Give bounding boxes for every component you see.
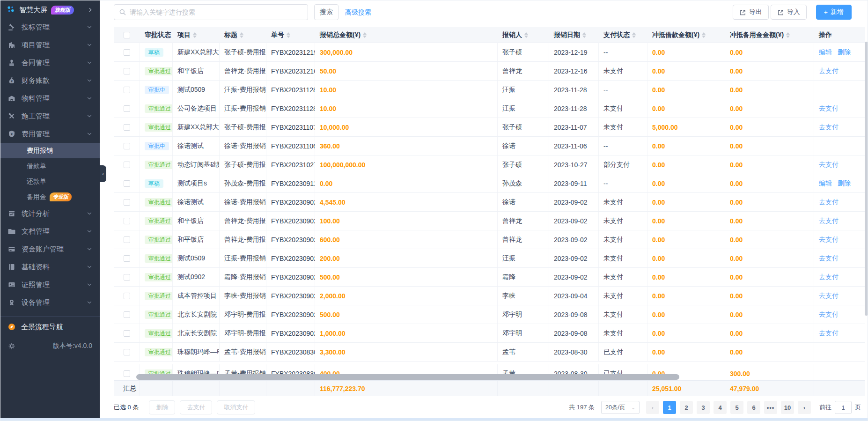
sidebar-item-construction[interactable]: 施工管理 xyxy=(0,107,100,125)
select-all-checkbox[interactable] xyxy=(124,32,130,38)
column-header-8[interactable]: 冲抵借款金额(¥) xyxy=(647,27,725,43)
prev-page-button[interactable]: ‹ xyxy=(646,401,659,414)
sidebar-item-repayment-form[interactable]: 还款单 xyxy=(0,174,100,189)
sort-icon[interactable] xyxy=(632,32,636,38)
goto-page-input[interactable] xyxy=(835,401,852,414)
row-checkbox[interactable] xyxy=(124,255,130,262)
action-pay-link[interactable]: 去支付 xyxy=(819,273,839,281)
row-checkbox[interactable] xyxy=(124,105,130,112)
column-header-5[interactable]: 报销人 xyxy=(498,27,549,43)
sidebar-item-finance[interactable]: ¥财务账款 xyxy=(0,72,100,89)
action-pay-link[interactable]: 去支付 xyxy=(819,198,839,207)
column-header-7[interactable]: 支付状态 xyxy=(599,27,647,43)
sidebar-item-expense[interactable]: ¥费用管理 xyxy=(0,125,100,143)
sidebar-item-basic-data[interactable]: 基础资料 xyxy=(0,258,100,276)
column-header-2[interactable]: 标题 xyxy=(220,27,266,43)
row-checkbox[interactable] xyxy=(124,199,130,206)
row-checkbox[interactable] xyxy=(124,293,130,299)
page-button-3[interactable]: 3 xyxy=(697,401,710,414)
sort-icon[interactable] xyxy=(287,32,290,38)
row-checkbox[interactable] xyxy=(124,68,130,74)
search-button[interactable]: 搜索 xyxy=(314,4,338,20)
sidebar-item-expense-report[interactable]: 费用报销 xyxy=(0,143,100,158)
page-button-10[interactable]: 10 xyxy=(781,401,794,414)
column-header-9[interactable]: 冲抵备用金金额(¥) xyxy=(725,27,814,43)
action-pay-link[interactable]: 去支付 xyxy=(819,217,839,225)
row-checkbox[interactable] xyxy=(124,349,130,355)
sidebar-item-loan-form[interactable]: 借款单 xyxy=(0,158,100,174)
column-header-4[interactable]: 报销总金额(¥) xyxy=(315,27,498,43)
bulk-action-button-1[interactable]: 去支付 xyxy=(180,400,212,414)
sort-icon[interactable] xyxy=(240,32,243,38)
row-checkbox[interactable] xyxy=(124,49,130,56)
sidebar-item-equipment[interactable]: 设备管理 xyxy=(0,294,100,311)
row-checkbox[interactable] xyxy=(124,218,130,224)
sidebar-item-smart-screen[interactable]: 智慧大屏 旗舰版 xyxy=(0,1,100,18)
export-button[interactable]: 导出 xyxy=(733,5,769,20)
import-button[interactable]: 导入 xyxy=(771,5,807,20)
row-checkbox[interactable] xyxy=(124,124,130,131)
page-size-select[interactable]: 20条/页 ⌄ xyxy=(601,401,640,414)
date-cell: 2023-09-02 xyxy=(549,193,599,211)
row-checkbox[interactable] xyxy=(124,143,130,149)
bulk-action-button-2[interactable]: 取消支付 xyxy=(217,400,255,414)
sidebar-item-documents[interactable]: 文档管理 xyxy=(0,222,100,240)
page-button-4[interactable]: 4 xyxy=(714,401,727,414)
vertical-scrollbar[interactable] xyxy=(865,42,868,316)
action-edit-link[interactable]: 编辑 xyxy=(819,179,832,188)
sidebar-item-bidding[interactable]: 投标管理 xyxy=(0,18,100,36)
sort-icon[interactable] xyxy=(582,32,586,38)
sort-icon[interactable] xyxy=(524,32,528,38)
sort-icon[interactable] xyxy=(363,32,367,38)
page-button-2[interactable]: 2 xyxy=(680,401,693,414)
sidebar-item-statistics[interactable]: 统计分析 xyxy=(0,205,100,222)
add-button[interactable]: + 新增 xyxy=(816,5,852,20)
column-header-6[interactable]: 报销日期 xyxy=(549,27,599,43)
gear-icon[interactable] xyxy=(8,342,15,350)
pay-status-cell: 未支付 xyxy=(599,249,647,267)
sort-icon[interactable] xyxy=(193,32,197,38)
more-pages-button[interactable]: ••• xyxy=(764,401,777,414)
horizontal-scrollbar[interactable] xyxy=(136,374,679,380)
row-checkbox[interactable] xyxy=(124,236,130,243)
action-delete-link[interactable]: 删除 xyxy=(838,179,851,188)
page-button-5[interactable]: 5 xyxy=(730,401,743,414)
action-pay-link[interactable]: 去支付 xyxy=(819,236,839,244)
sidebar-item-material[interactable]: 物料管理 xyxy=(0,89,100,107)
actions-cell: 去支付 xyxy=(814,324,865,342)
sidebar-item-funds-account[interactable]: 资金账户管理 xyxy=(0,240,100,258)
row-checkbox[interactable] xyxy=(124,311,130,318)
row-checkbox[interactable] xyxy=(124,370,130,377)
row-checkbox[interactable] xyxy=(124,180,130,187)
action-pay-link[interactable]: 去支付 xyxy=(819,161,839,169)
action-delete-link[interactable]: 删除 xyxy=(838,48,851,57)
action-pay-link[interactable]: 去支付 xyxy=(819,104,839,113)
sort-icon[interactable] xyxy=(702,32,706,38)
search-input[interactable] xyxy=(130,8,303,16)
row-checkbox[interactable] xyxy=(124,330,130,337)
action-pay-link[interactable]: 去支付 xyxy=(819,292,839,300)
sidebar-collapse-handle[interactable]: ‹ xyxy=(100,165,106,182)
action-pay-link[interactable]: 去支付 xyxy=(819,67,839,75)
action-edit-link[interactable]: 编辑 xyxy=(819,48,832,57)
column-header-3[interactable]: 单号 xyxy=(266,27,315,43)
action-pay-link[interactable]: 去支付 xyxy=(819,254,839,263)
row-checkbox[interactable] xyxy=(124,274,130,281)
sidebar-item-contract[interactable]: 合同管理 xyxy=(0,54,100,72)
sidebar-item-project[interactable]: 项目管理 xyxy=(0,36,100,54)
row-checkbox[interactable] xyxy=(124,162,130,168)
bulk-action-button-0[interactable]: 删除 xyxy=(149,400,175,414)
row-checkbox[interactable] xyxy=(124,87,130,93)
action-pay-link[interactable]: 去支付 xyxy=(819,329,839,338)
column-header-1[interactable]: 项目 xyxy=(173,27,220,43)
next-page-button[interactable]: › xyxy=(798,401,811,414)
page-button-6[interactable]: 6 xyxy=(747,401,760,414)
advanced-search-link[interactable]: 高级搜索 xyxy=(345,8,371,17)
action-pay-link[interactable]: 去支付 xyxy=(819,310,839,319)
sort-icon[interactable] xyxy=(786,32,790,38)
sidebar-item-reserve-fund[interactable]: 备用金专业版 xyxy=(0,189,100,205)
action-pay-link[interactable]: 去支付 xyxy=(819,123,839,132)
sidebar-item-process-navigation[interactable]: 全景流程导航 xyxy=(0,317,100,337)
page-button-1[interactable]: 1 xyxy=(663,401,676,414)
sidebar-item-certificates[interactable]: 证照管理 xyxy=(0,276,100,294)
